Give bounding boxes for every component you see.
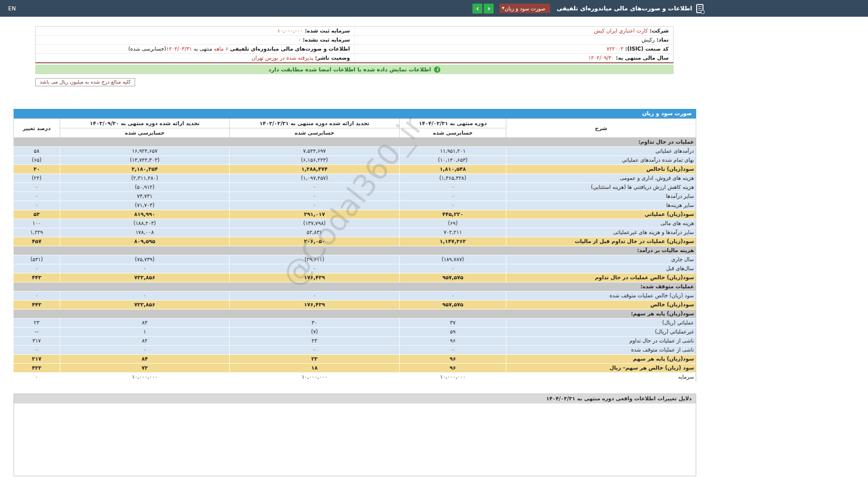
value-cell: ۱,۳۸۸,۴۷۴ (230, 165, 400, 174)
percent-change-cell: ۵۳ (14, 210, 60, 219)
row-label: سایر هزینه‌ها (506, 201, 696, 210)
value-cell: ۱,۱۴۷,۳۶۲ (400, 237, 506, 246)
value-cell: ۰ (400, 192, 506, 201)
codal-report-icon (696, 4, 703, 13)
language-switch-link[interactable]: EN (8, 5, 16, 12)
statement-select[interactable]: صورت سود و زیان (500, 4, 550, 13)
value-cell: (۵۰,۹۱۲) (60, 183, 230, 192)
row-label: سود(زیان) ناخالص (506, 165, 696, 174)
table-row: عملیات در حال تداوم: (14, 138, 696, 147)
row-label: ناشی از عملیات در حال تداوم (506, 337, 696, 346)
row-label: سود(زیان) پایه هر سهم (506, 355, 696, 364)
percent-change-cell: ۳۰ (14, 165, 60, 174)
value-cell: ۱۷۶,۴۳۹ (230, 273, 400, 282)
table-row: عملیات متوقف شده: (14, 282, 696, 291)
table-row: عملیاتي (ریال)۳۷۳۰۸۳۲۳ (14, 319, 696, 328)
page-title: اطلاعات و صورت‌های مالی میاندوره‌ای تلفی… (557, 5, 692, 12)
company-info-item: اطلاعات و صورت‌های مالی میاندوره‌ای تلفی… (36, 45, 354, 54)
col-header-period-restated-quarter: تجدید ارائه شده دوره منتهی به ۱۴۰۳/۰۳/۳۱ (230, 119, 400, 128)
value-cell: ۲۳ (230, 355, 400, 364)
income-table-header: شرح دوره منتهی به ۱۴۰۴/۰۳/۳۱ تجدید ارائه… (14, 119, 696, 138)
value-cell: (۱۰,۱۴۰,۶۵۳) (400, 156, 506, 165)
company-info-item: سرمایه ثبت شده: ۱۰,۰۰۰,۰۰۰ (36, 27, 354, 36)
value-cell: ۸۰۹,۵۹۵ (60, 237, 230, 246)
value-cell: (۱,۰۹۷,۴۵۷) (230, 174, 400, 183)
table-row: هزینه های مالی(۶۹)(۱۳۷,۷۹۸)(۱۸۸,۴۰۳)۱۰۰ (14, 219, 696, 228)
col-header-period-current: دوره منتهی به ۱۴۰۴/۰۳/۳۱ (400, 119, 506, 128)
value-cell: ۸۴ (60, 337, 230, 346)
value-cell: ۱۷۸,۰۰۸ (60, 228, 230, 237)
table-row: سود (زیان) خالص هر سهم– ریال۹۶۱۸۷۳۴۳۳ (14, 364, 696, 373)
col-subheader-audited: حسابرسی شده (60, 128, 230, 138)
company-info-item: نماد: رکیش (354, 36, 673, 45)
row-label: سود(زیان) عملیات در حال تداوم قبل از مال… (506, 237, 696, 246)
table-row: هزینه های فروش، اداری و عمومی(۱,۳۶۵,۳۲۸)… (14, 174, 696, 183)
table-row: سال‌های قبل۰۰۰۰ (14, 264, 696, 273)
top-navbar: اطلاعات و صورت‌های مالی میاندوره‌ای تلفی… (0, 0, 868, 17)
col-subheader-audited: حسابرسی شده (230, 128, 400, 138)
value-cell: ۱۷۶,۴۳۹ (230, 300, 400, 310)
value-cell: (۱۸۸,۴۰۳) (60, 219, 230, 228)
row-label: سال جاری (506, 255, 696, 264)
row-label: سال‌های قبل (506, 264, 696, 273)
row-label: سود(زیان) خالص (506, 300, 696, 310)
col-header-percent-change: درصد تغییر (14, 119, 60, 138)
value-cell: ۰ (230, 183, 400, 192)
value-cell: ۰ (230, 264, 400, 273)
signature-match-text: اطلاعات نمایش داده شده با اطلاعات امضا ش… (269, 66, 431, 73)
percent-change-cell: ۳۱۷ (14, 337, 60, 346)
percent-change-cell: ۴۴۳ (14, 273, 60, 282)
row-label: سود (زیان) خالص هر سهم– ریال (506, 364, 696, 373)
table-row: سرمایه۱۰,۰۰۰,۰۰۰۱۰,۰۰۰,۰۰۰۱۰,۰۰۰,۰۰۰۰ (14, 373, 696, 382)
row-label: سود(زیان) عملیاتي (506, 210, 696, 219)
value-cell: ۰ (230, 201, 400, 210)
value-cell: ۰ (400, 183, 506, 192)
signature-match-bar: اطلاعات نمایش داده شده با اطلاعات امضا ش… (35, 65, 674, 74)
value-cell: ۲۹۱,۰۱۷ (230, 210, 400, 219)
percent-change-cell: ۰ (14, 192, 60, 201)
restatement-reasons-body (14, 404, 696, 476)
value-cell: ۱۰,۰۰۰,۰۰۰ (400, 373, 506, 382)
row-label: سود (زیان) خالص عملیات متوقف شده (506, 291, 696, 300)
percent-change-cell: ۲۳ (14, 319, 60, 328)
value-cell: ۵۹ (400, 328, 506, 337)
table-row: سود(زیان) خالص عملیات در حال تداوم۹۵۷,۵۷… (14, 273, 696, 282)
value-cell: ۹۶ (400, 355, 506, 364)
value-cell: ۷۳ (60, 364, 230, 373)
col-subheader-audited: حسابرسی شده (400, 128, 506, 138)
table-row: درآمدهای عملیاتي۱۱,۹۵۱,۲۰۱۷,۵۴۴,۶۹۷۱۶,۹۲… (14, 147, 696, 156)
percent-change-cell: -- (14, 328, 60, 337)
value-cell: ۹۵۷,۵۷۵ (400, 300, 506, 310)
table-row: سایر درآمدها و هزینه های غیرعملیاتی۷۰۲,۲… (14, 228, 696, 237)
period-prev-button[interactable] (472, 4, 482, 14)
percent-change-cell: ۰ (14, 183, 60, 192)
percent-change-cell: ۴۴۳ (14, 300, 60, 310)
table-row: سود(زیان) عملیاتي۴۴۵,۲۲۰۲۹۱,۰۱۷۸۱۹,۹۹۰۵۳ (14, 210, 696, 219)
value-cell: ۵۲,۸۳۱ (230, 228, 400, 237)
value-cell: ۷۳۳,۸۵۶ (60, 273, 230, 282)
table-row: سال جاری(۱۸۹,۷۸۷)(۲۹,۶۱۱)(۷۵,۷۳۹)(۵۴۱) (14, 255, 696, 264)
table-row: سود(زیان) عملیات در حال تداوم قبل از مال… (14, 237, 696, 246)
value-cell: ۲۳ (230, 337, 400, 346)
value-cell: ۰ (60, 264, 230, 273)
period-next-button[interactable] (484, 4, 494, 14)
section-row-label: عملیات در حال تداوم: (14, 138, 696, 147)
value-cell: (۲,۳۱۱,۴۸۰) (60, 174, 230, 183)
statement-select-value: صورت سود و زیان (505, 5, 545, 12)
row-label: سود(زیان) خالص عملیات در حال تداوم (506, 273, 696, 282)
value-cell: ۱ (60, 328, 230, 337)
value-cell: ۱۶,۹۲۴,۶۵۷ (60, 147, 230, 156)
table-row: سود(زیان) خالص۹۵۷,۵۷۵۱۷۶,۴۳۹۷۳۳,۸۵۶۴۴۳ (14, 300, 696, 310)
value-cell: (۶۹) (400, 219, 506, 228)
navbar-content: اطلاعات و صورت‌های مالی میاندوره‌ای تلفی… (0, 0, 868, 17)
company-info-grid: شرکت: کارت اعتباري ایران کیشسرمایه ثبت ش… (35, 26, 674, 63)
row-label: غیرعملیاتي (ریال) (506, 328, 696, 337)
value-cell: (۷۱,۷۰۳) (60, 201, 230, 210)
table-row: ناشی از عملیات در حال تداوم۹۶۲۳۸۴۳۱۷ (14, 337, 696, 346)
currency-unit-note: کلیه مبالغ درج شده به میلیون ریال می باش… (35, 78, 135, 86)
value-cell: ۱,۸۱۰,۵۴۸ (400, 165, 506, 174)
value-cell: (۷۵,۷۳۹) (60, 255, 230, 264)
company-info-item: سال مالی منتهی به: ۱۴۰۴/۰۹/۳۰ (354, 54, 673, 62)
table-row: سایر هزینه‌ها۰۰(۷۱,۷۰۳)۰ (14, 201, 696, 210)
value-cell: (۱۳۷,۷۹۸) (230, 219, 400, 228)
